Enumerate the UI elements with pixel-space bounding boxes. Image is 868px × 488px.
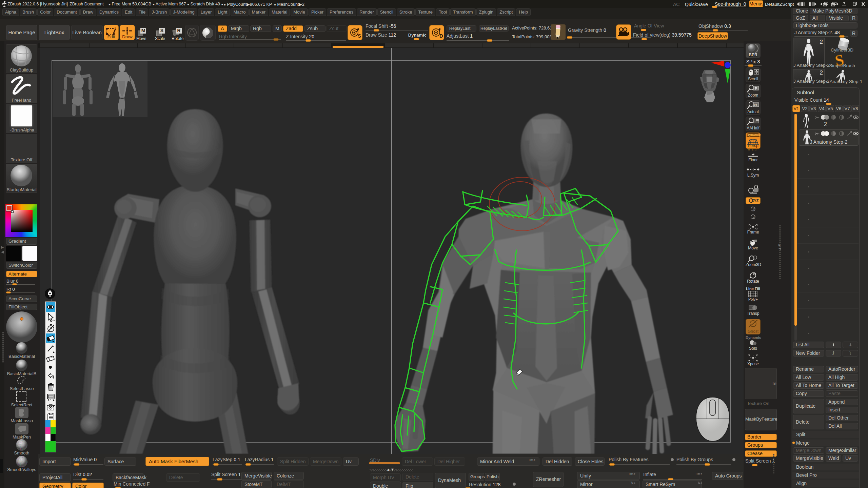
svg-text:XYZ: XYZ — [751, 199, 759, 203]
svg-text:D: D — [439, 33, 443, 39]
svg-text:S: S — [358, 33, 361, 39]
svg-text:x1: x1 — [754, 103, 757, 107]
svg-text:Z: Z — [753, 216, 755, 219]
svg-text:Y: Y — [753, 208, 755, 211]
